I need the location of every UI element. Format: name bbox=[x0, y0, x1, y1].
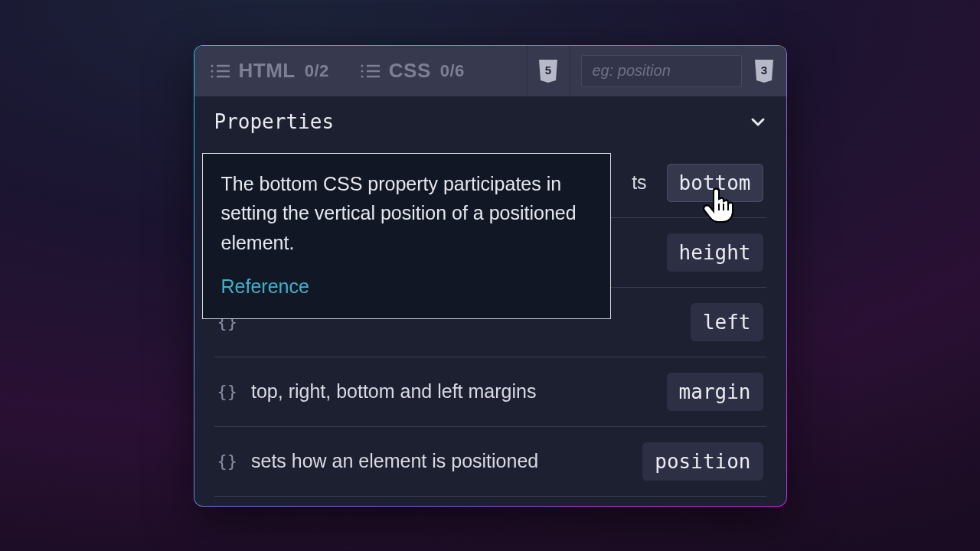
section-header-properties[interactable]: Properties bbox=[194, 96, 786, 148]
ordered-list-icon bbox=[360, 63, 380, 80]
braces-icon: {} bbox=[217, 452, 238, 471]
property-chip-left[interactable]: left bbox=[691, 303, 763, 341]
svg-point-6 bbox=[361, 64, 363, 67]
property-chip-position[interactable]: position bbox=[642, 442, 763, 481]
property-row: {} top, right, bottom and left margins m… bbox=[214, 357, 766, 427]
svg-point-2 bbox=[211, 70, 213, 72]
reference-panel: HTML 0/2 CSS 0/6 5 bbox=[194, 45, 787, 507]
svg-point-4 bbox=[211, 75, 213, 77]
tab-html-label: HTML bbox=[239, 59, 296, 83]
css3-shield-icon[interactable]: 3 bbox=[753, 58, 776, 84]
property-chip-bottom[interactable]: bottom bbox=[667, 164, 763, 202]
svg-point-0 bbox=[211, 64, 213, 67]
braces-icon: {} bbox=[217, 382, 238, 401]
svg-text:5: 5 bbox=[545, 64, 551, 77]
tab-html[interactable]: HTML 0/2 bbox=[194, 46, 345, 96]
desc-fragment: ts bbox=[632, 171, 646, 194]
svg-text:3: 3 bbox=[760, 64, 766, 77]
tab-css-count: 0/6 bbox=[440, 61, 465, 81]
tooltip-text: The bottom CSS property participates in … bbox=[221, 169, 592, 258]
tab-css-label: CSS bbox=[389, 59, 431, 83]
search-input[interactable] bbox=[581, 55, 742, 87]
svg-point-8 bbox=[361, 70, 363, 72]
tooltip-reference-link[interactable]: Reference bbox=[221, 272, 309, 302]
property-desc: top, right, bottom and left margins bbox=[251, 380, 536, 403]
tabbar: HTML 0/2 CSS 0/6 5 bbox=[194, 46, 786, 96]
tabbar-right: 5 3 bbox=[527, 46, 786, 96]
panel-inner: HTML 0/2 CSS 0/6 5 bbox=[194, 46, 786, 506]
html5-shield-icon[interactable]: 5 bbox=[537, 58, 560, 84]
svg-point-10 bbox=[361, 75, 363, 77]
tab-html-count: 0/2 bbox=[305, 61, 329, 81]
ordered-list-icon bbox=[210, 63, 230, 80]
property-row: {} sets how an element is positioned pos… bbox=[214, 427, 766, 497]
section-title: Properties bbox=[214, 110, 335, 133]
tab-css[interactable]: CSS 0/6 bbox=[345, 46, 480, 96]
chevron-down-icon bbox=[750, 113, 766, 130]
properties-list: The bottom CSS property participates in … bbox=[194, 148, 786, 506]
property-chip-margin[interactable]: margin bbox=[667, 373, 763, 411]
property-chip-height[interactable]: height bbox=[667, 233, 763, 272]
property-desc: sets how an element is positioned bbox=[251, 450, 538, 472]
property-tooltip: The bottom CSS property participates in … bbox=[202, 153, 611, 319]
